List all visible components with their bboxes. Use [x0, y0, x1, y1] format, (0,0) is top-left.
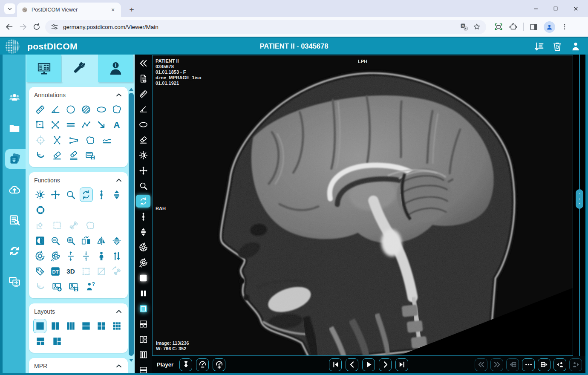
- tag-button[interactable]: [33, 264, 46, 279]
- next-image-button[interactable]: [379, 358, 392, 371]
- flip-rotate-button[interactable]: [110, 234, 124, 248]
- layout-rows-2-outline-button[interactable]: [136, 363, 150, 373]
- save-annotations-button[interactable]: [83, 148, 98, 163]
- bookmark-star-icon[interactable]: [473, 23, 481, 31]
- sort-updown-button[interactable]: [110, 249, 124, 263]
- layout-cols-3-outline-button[interactable]: [136, 348, 150, 361]
- maximize-button[interactable]: [551, 4, 560, 13]
- browser-tab[interactable]: PostDICOM Viewer ×: [17, 3, 121, 17]
- layout-cols-2-button[interactable]: [49, 319, 62, 333]
- magnify-button[interactable]: [136, 179, 150, 192]
- scroll-vertical-button[interactable]: [95, 188, 108, 202]
- side-panel-icon[interactable]: [529, 23, 538, 32]
- tab-close-button[interactable]: ×: [109, 6, 117, 14]
- active-viewport[interactable]: PATIENT II034567801.01.1853 - Fdzne_MPRA…: [152, 55, 573, 356]
- probe-target-button[interactable]: [33, 133, 48, 147]
- angle-button[interactable]: [136, 103, 150, 115]
- pause-bars-button[interactable]: [136, 287, 150, 300]
- reset-button[interactable]: [136, 241, 150, 254]
- angle-button[interactable]: [49, 102, 62, 117]
- deleted-items-button[interactable]: [552, 41, 563, 52]
- closed-freehand-button[interactable]: [83, 133, 98, 147]
- sidebar-item-studies[interactable]: [5, 149, 26, 169]
- image-scroll-thumb[interactable]: ⌃•⌄: [576, 189, 583, 209]
- stack-scroll-button[interactable]: [110, 188, 124, 202]
- extensions-icon[interactable]: [509, 23, 518, 32]
- square-filled-button[interactable]: [136, 271, 150, 284]
- pan-button[interactable]: [136, 164, 150, 177]
- patient-next-button[interactable]: [569, 358, 582, 371]
- tab-search-chevron-button[interactable]: [4, 3, 15, 14]
- dicom-tags-button[interactable]: [49, 264, 62, 279]
- region-window-button[interactable]: [33, 218, 48, 233]
- stack-scroll-button[interactable]: [136, 225, 150, 238]
- zoom-out-button[interactable]: [49, 234, 62, 248]
- previous-image-button[interactable]: [346, 358, 358, 371]
- rect-roi-button[interactable]: [33, 118, 46, 132]
- layout-rows-2-button[interactable]: [80, 319, 93, 333]
- layout-1-top-2-button[interactable]: [33, 334, 48, 349]
- scroll-down-arrow-icon[interactable]: [129, 359, 133, 362]
- scroll-up-arrow-icon[interactable]: [129, 88, 133, 91]
- magnify-button[interactable]: [64, 188, 77, 202]
- bone-tool-button[interactable]: [66, 218, 81, 233]
- zoom-in-button[interactable]: [64, 234, 77, 248]
- reset-window-button[interactable]: [49, 249, 62, 263]
- profile-avatar[interactable]: [544, 21, 555, 33]
- layout-1-left-2-outline-button[interactable]: [136, 333, 150, 346]
- intersect-lines-button[interactable]: [50, 133, 64, 147]
- first-image-button[interactable]: [329, 358, 342, 371]
- erase-all-button[interactable]: [66, 148, 81, 163]
- sidebar-item-contacts[interactable]: [5, 88, 24, 107]
- expand-vertical-button[interactable]: [64, 249, 77, 263]
- crop-button[interactable]: [95, 264, 108, 279]
- ellipse-button[interactable]: [95, 102, 108, 117]
- cross-measure-button[interactable]: [49, 118, 62, 132]
- sidebar-item-remote-session[interactable]: [5, 272, 24, 291]
- cobb-angle-button[interactable]: [66, 133, 81, 147]
- ruler-button[interactable]: [136, 87, 150, 100]
- address-bar[interactable]: germany.postdicom.com/Viewer/Main G: [45, 20, 486, 34]
- scroll-vertical-button[interactable]: [136, 210, 150, 223]
- image-export-button[interactable]: [50, 280, 64, 294]
- translate-icon[interactable]: G: [460, 23, 468, 31]
- layout-1-top-2-outline-button[interactable]: [136, 317, 150, 330]
- reset-button[interactable]: [33, 249, 46, 263]
- flip-vertical-button[interactable]: [95, 234, 108, 248]
- frame-select-button[interactable]: [80, 264, 93, 279]
- layout-grid-4-button[interactable]: [95, 319, 108, 333]
- undo-function-button[interactable]: [33, 280, 48, 294]
- spline-button[interactable]: [100, 133, 114, 147]
- undo-button[interactable]: [33, 148, 48, 163]
- collapse-panel-button[interactable]: [136, 57, 150, 69]
- play-button[interactable]: [362, 358, 375, 371]
- panel-scrollbar-thumb[interactable]: [129, 93, 134, 356]
- sidebar-item-share[interactable]: [5, 241, 24, 261]
- panel-scrollbar[interactable]: [129, 87, 134, 369]
- rotate-button[interactable]: [80, 188, 93, 202]
- sidebar-item-upload[interactable]: [5, 180, 24, 199]
- cine-direction-button[interactable]: [179, 358, 192, 371]
- account-button[interactable]: [570, 41, 581, 52]
- viewer-tab[interactable]: [26, 55, 61, 82]
- rewind-button[interactable]: [475, 358, 487, 371]
- last-image-button[interactable]: [395, 358, 408, 371]
- sidebar-item-folders[interactable]: [5, 118, 24, 138]
- three-d-button[interactable]: [64, 264, 77, 279]
- square-cyan-button[interactable]: [136, 302, 150, 315]
- crosshair-button[interactable]: [33, 203, 48, 217]
- speed-down-button[interactable]: [196, 358, 209, 371]
- window-level-button[interactable]: [33, 188, 46, 202]
- circle-button[interactable]: [64, 102, 77, 117]
- view-report-button[interactable]: [136, 72, 150, 85]
- speed-up-button[interactable]: [213, 358, 225, 371]
- reload-button[interactable]: [32, 22, 42, 32]
- screenshot-icon[interactable]: [494, 22, 503, 32]
- person-query-button[interactable]: [83, 280, 98, 294]
- arrow-annotate-button[interactable]: [95, 118, 108, 132]
- patient-orientation-button[interactable]: [95, 249, 108, 263]
- collapse-section-button[interactable]: [115, 91, 123, 99]
- rotate-button[interactable]: [136, 195, 150, 208]
- erase-button[interactable]: [50, 148, 64, 163]
- invert-button[interactable]: [33, 234, 46, 248]
